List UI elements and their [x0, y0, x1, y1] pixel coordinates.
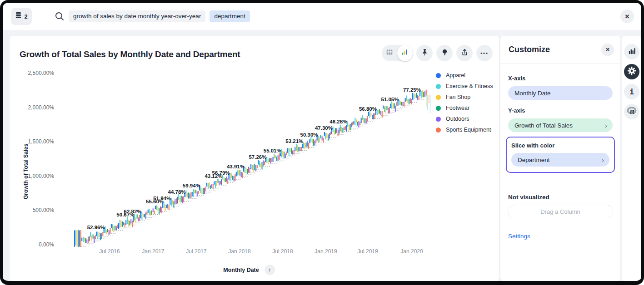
arrow-up-icon: ↑	[268, 266, 271, 273]
view-toggle	[382, 45, 413, 61]
x-axis-pill[interactable]: Monthly Date	[508, 86, 613, 100]
more-ellipsis-icon: •••	[480, 50, 489, 56]
svg-text:0.00%: 0.00%	[39, 241, 54, 248]
svg-text:47.30%: 47.30%	[315, 125, 333, 131]
customize-panel: Customize ✕ X-axis Monthly Date Y-axis G…	[500, 36, 620, 281]
svg-text:Jul 2017: Jul 2017	[186, 248, 207, 255]
share-button[interactable]	[456, 45, 473, 61]
x-axis-footer: Monthly Date ↑	[10, 265, 489, 275]
insights-bulb-icon	[441, 49, 449, 58]
close-search-button[interactable]: ✕	[620, 10, 634, 23]
chart-view-button[interactable]	[397, 45, 413, 61]
customize-header: Customize ✕	[500, 36, 620, 64]
chart-legend: ApparelExercise & FitnessFan ShopFootwea…	[436, 70, 493, 135]
legend-dot-icon	[436, 95, 441, 100]
svg-text:Jul 2019: Jul 2019	[357, 248, 378, 255]
svg-text:46.28%: 46.28%	[329, 119, 347, 124]
r-language-icon: R	[627, 107, 637, 117]
legend-dot-icon	[436, 106, 441, 111]
y-axis-section: Y-axis Growth of Total Sales ›	[508, 107, 613, 132]
svg-text:Jul 2018: Jul 2018	[272, 248, 293, 255]
x-axis-section: X-axis Monthly Date	[508, 75, 613, 100]
close-icon: ✕	[625, 13, 630, 20]
app-window: 2 growth of sales by date monthly year-o…	[0, 0, 644, 285]
data-source-button[interactable]: 2	[11, 8, 32, 25]
settings-link[interactable]: Settings	[508, 233, 530, 240]
answer-chart-card: 0.00%500.00%1,000.00%1,500.00%2,000.00%2…	[10, 36, 499, 281]
svg-text:52.96%: 52.96%	[87, 225, 105, 230]
svg-text:51.94%: 51.94%	[153, 196, 171, 201]
search-bar: 2 growth of sales by date monthly year-o…	[3, 3, 641, 30]
legend-label: Fan Shop	[446, 94, 470, 100]
legend-label: Footwear	[446, 105, 469, 111]
svg-text:500.00%: 500.00%	[33, 207, 55, 213]
svg-text:50.30%: 50.30%	[300, 132, 318, 138]
legend-dot-icon	[436, 117, 441, 122]
y-axis-value: Growth of Total Sales	[514, 122, 573, 129]
svg-text:53.21%: 53.21%	[285, 138, 303, 144]
insights-button[interactable]	[436, 45, 453, 61]
svg-text:57.26%: 57.26%	[249, 154, 266, 160]
svg-text:56.80%: 56.80%	[359, 106, 377, 112]
svg-text:44.78%: 44.78%	[168, 189, 186, 195]
legend-label: Exercise & Fitness	[446, 83, 493, 89]
drag-column-dropzone[interactable]: Drag a Column	[508, 205, 613, 218]
svg-text:Jan 2020: Jan 2020	[400, 248, 423, 255]
legend-item[interactable]: Exercise & Fitness	[436, 81, 493, 92]
legend-item[interactable]: Footwear	[436, 103, 493, 113]
content-area: 0.00%500.00%1,000.00%1,500.00%2,000.00%2…	[3, 30, 641, 281]
svg-text:1,500.00%: 1,500.00%	[28, 138, 55, 145]
legend-item[interactable]: Outdoors	[436, 113, 493, 124]
search-input[interactable]: growth of sales by date monthly year-ove…	[45, 10, 620, 22]
chart-svg[interactable]: 0.00%500.00%1,000.00%1,500.00%2,000.00%2…	[10, 36, 499, 281]
table-view-icon	[385, 48, 394, 58]
svg-text:R: R	[630, 108, 634, 115]
pin-icon	[421, 49, 429, 58]
legend-item[interactable]: Sports Equipment	[436, 124, 493, 135]
y-axis-pill[interactable]: Growth of Total Sales ›	[508, 118, 613, 132]
slice-label: Slice with color	[511, 142, 609, 149]
slice-with-color-section: Slice with color Department ›	[506, 137, 615, 173]
svg-text:2,000.00%: 2,000.00%	[28, 104, 55, 111]
table-view-button[interactable]	[382, 45, 397, 61]
svg-text:51.05%: 51.05%	[381, 97, 399, 102]
search-token-department[interactable]: department	[210, 10, 250, 22]
bar-chart-icon	[628, 47, 636, 57]
legend-dot-icon	[436, 128, 441, 133]
x-axis-value: Monthly Date	[514, 90, 551, 97]
slice-pill[interactable]: Department ›	[511, 153, 609, 167]
search-token-phrase[interactable]: growth of sales by date monthly year-ove…	[69, 10, 205, 22]
svg-text:55.01%: 55.01%	[264, 148, 281, 153]
info-icon: i	[629, 88, 634, 96]
r-analysis-button[interactable]: R	[624, 104, 639, 119]
gear-icon	[627, 66, 636, 77]
side-icon-rail: i R	[622, 36, 642, 281]
pin-button[interactable]	[416, 45, 433, 61]
svg-text:43.91%: 43.91%	[227, 164, 245, 169]
chart-toolbar: •••	[382, 45, 493, 61]
info-button[interactable]: i	[624, 84, 639, 99]
legend-label: Apparel	[446, 72, 465, 79]
chevron-right-icon: ›	[605, 122, 607, 129]
svg-text:Jan 2018: Jan 2018	[228, 248, 251, 255]
database-icon	[15, 12, 22, 21]
chevron-right-icon: ›	[602, 156, 604, 164]
chart-panel-button[interactable]	[624, 44, 639, 59]
x-axis-label: X-axis	[508, 75, 613, 82]
legend-item[interactable]: Fan Shop	[436, 92, 493, 103]
customize-close-button[interactable]: ✕	[601, 44, 614, 56]
more-options-button[interactable]: •••	[476, 45, 493, 61]
legend-dot-icon	[436, 84, 441, 89]
not-visualized-label: Not visualized	[508, 194, 549, 201]
svg-text:77.25%: 77.25%	[403, 87, 421, 93]
slice-value: Department	[518, 157, 550, 163]
customize-settings-button[interactable]	[624, 64, 639, 79]
svg-text:Jul 2016: Jul 2016	[99, 248, 120, 255]
legend-item[interactable]: Apparel	[436, 70, 493, 81]
search-icon	[55, 11, 65, 21]
x-axis-title: Monthly Date	[223, 267, 259, 273]
svg-text:56.79%: 56.79%	[212, 170, 230, 176]
svg-text:62.82%: 62.82%	[124, 209, 142, 214]
y-axis-label: Y-axis	[508, 107, 613, 114]
sort-ascending-button[interactable]: ↑	[265, 265, 275, 275]
